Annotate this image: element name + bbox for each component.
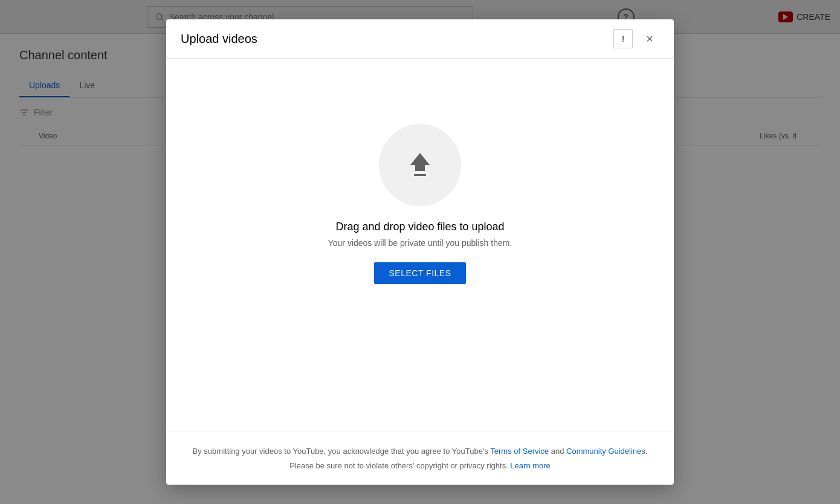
upload-icon-circle [379,124,461,206]
svg-rect-6 [414,174,426,176]
feedback-icon[interactable]: ! [613,29,633,48]
upload-main-text: Drag and drop video files to upload [335,221,504,233]
close-button[interactable]: × [640,29,659,48]
modal-header-actions: ! × [613,29,659,48]
learn-more-link[interactable]: Learn more [510,461,550,470]
upload-sub-text: Your videos will be private until you pu… [328,238,512,248]
upload-modal: Upload videos ! × Drag and drop video fi… [166,19,674,485]
modal-header: Upload videos ! × [166,19,674,59]
modal-body: Drag and drop video files to upload Your… [166,59,674,349]
guidelines-link[interactable]: Community Guidelines [566,447,645,456]
footer-line-1: By submitting your videos to YouTube, yo… [181,444,659,458]
modal-footer: By submitting your videos to YouTube, yo… [166,431,674,485]
footer-line-2: Please be sure not to violate others' co… [181,459,659,473]
upload-zone: Drag and drop video files to upload Your… [328,124,512,284]
svg-marker-5 [410,153,430,171]
upload-arrow-icon [403,148,437,182]
modal-title: Upload videos [181,32,613,46]
select-files-button[interactable]: SELECT FILES [374,262,465,284]
tos-link[interactable]: Terms of Service [490,447,549,456]
modal-spacer [166,349,674,431]
